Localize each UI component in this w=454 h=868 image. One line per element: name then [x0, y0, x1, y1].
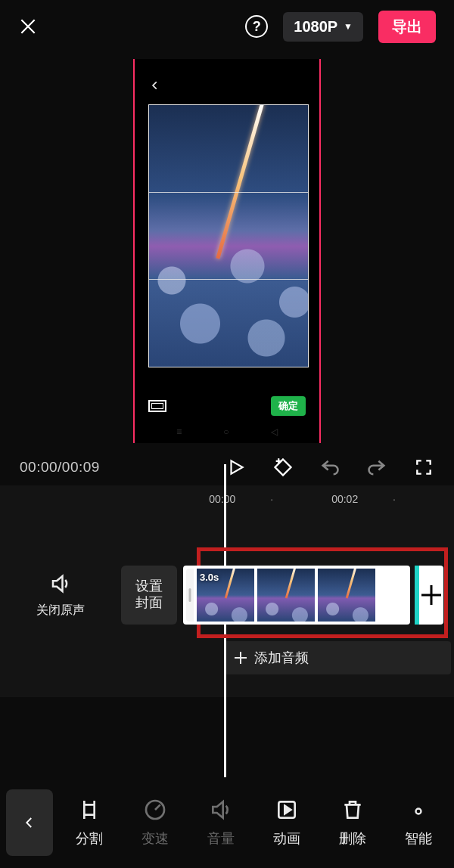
add-audio-track[interactable]: 添加音频	[224, 641, 451, 674]
video-clip[interactable]: 3.0s	[183, 566, 410, 625]
play-button[interactable]	[225, 457, 247, 478]
set-cover-button[interactable]: 设置 封面	[121, 566, 177, 625]
export-button[interactable]: 导出	[378, 11, 436, 43]
tool-smart[interactable]: 智能	[388, 801, 449, 848]
resolution-label: 1080P	[294, 18, 337, 36]
ruler-dot: ·	[270, 493, 331, 505]
redo-button[interactable]	[366, 457, 387, 478]
playhead[interactable]	[224, 464, 226, 788]
svg-point-2	[415, 809, 421, 814]
add-keyframe-button[interactable]	[272, 457, 294, 478]
tool-volume[interactable]: 音量	[191, 798, 251, 848]
clip-duration-badge: 3.0s	[200, 572, 219, 583]
clip-thumbnail	[257, 569, 315, 622]
tool-delete[interactable]: 删除	[322, 798, 383, 848]
crop-canvas[interactable]	[148, 104, 309, 367]
preview-area: 确定 ≡○◁	[0, 53, 454, 443]
clip-trim-handle[interactable]	[186, 569, 194, 622]
mute-icon[interactable]	[49, 572, 72, 598]
plus-icon	[421, 585, 441, 605]
time-display: 00:00/00:09	[20, 459, 100, 476]
timeline[interactable]: 关闭原声 设置 封面 3.0s 添加音频	[0, 510, 454, 697]
clip-thumbnail	[318, 569, 375, 622]
plus-icon	[235, 652, 247, 664]
undo-button[interactable]	[319, 457, 340, 478]
ruler-tick: 00:02	[331, 493, 393, 505]
ruler-tick: 00:00	[209, 493, 270, 505]
tool-speed[interactable]: 变速	[125, 798, 185, 848]
resolution-select[interactable]: 1080P ▼	[283, 12, 363, 42]
time-ruler[interactable]: 00:00 · 00:02 ·	[0, 485, 454, 510]
confirm-button[interactable]: 确定	[271, 396, 306, 416]
android-nav-icons: ≡○◁	[135, 426, 319, 437]
fullscreen-button[interactable]	[413, 457, 434, 478]
phone-mock: 确定 ≡○◁	[133, 59, 321, 443]
help-button[interactable]: ?	[245, 15, 268, 38]
toolbar-back-button[interactable]	[6, 789, 53, 856]
clip-thumbnail: 3.0s	[197, 569, 254, 622]
add-clip-button[interactable]	[415, 566, 443, 625]
caret-down-icon: ▼	[344, 21, 353, 32]
add-audio-label: 添加音频	[254, 649, 309, 667]
bottom-toolbar: 分割 变速 音量 动画 删除 智能	[0, 777, 454, 868]
tool-animation[interactable]: 动画	[257, 798, 317, 848]
mute-label: 关闭原声	[36, 603, 85, 618]
aspect-ratio-button[interactable]	[148, 400, 166, 412]
tool-split[interactable]: 分割	[59, 798, 120, 848]
phone-back-button[interactable]	[150, 80, 160, 94]
ruler-dot: ·	[393, 493, 454, 505]
close-button[interactable]	[18, 17, 38, 36]
